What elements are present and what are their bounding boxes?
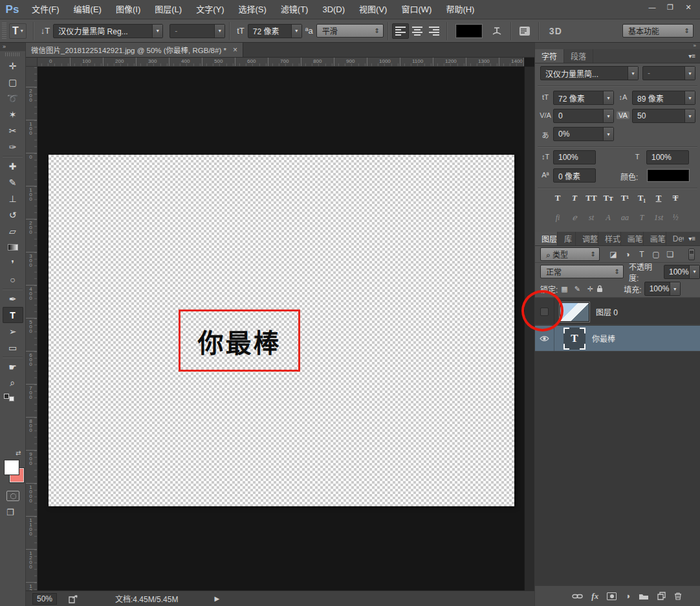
panel-menu-icon[interactable]: ▾≡: [684, 232, 700, 245]
text-color-swatch[interactable]: [456, 25, 482, 38]
subscript-button[interactable]: T₁: [633, 192, 650, 205]
caret-down-icon[interactable]: ▾: [684, 91, 695, 104]
tab-device[interactable]: Devic: [666, 232, 684, 245]
menu-filter[interactable]: 滤镜(T): [274, 0, 316, 19]
menu-view[interactable]: 视图(V): [352, 0, 394, 19]
new-group-icon[interactable]: [639, 592, 649, 600]
canvas[interactable]: 你最棒: [49, 155, 514, 506]
char-size-combo[interactable]: 72 像素 ▾: [553, 91, 614, 105]
link-layers-icon[interactable]: [572, 593, 583, 600]
layer-row-text[interactable]: T 你最棒: [535, 326, 700, 352]
toolbox-collapse-icon[interactable]: »: [0, 43, 25, 51]
contextual-alternates-button[interactable]: ℯ: [566, 211, 583, 224]
zoom-tool[interactable]: ⌕: [3, 375, 23, 391]
document-tab[interactable]: 微信图片_20181225142921.jpg @ 50% (你最棒, RGB/…: [26, 43, 243, 57]
tab-paragraph[interactable]: 段落: [564, 49, 593, 63]
filter-adjustment-layers-icon[interactable]: ◑: [620, 250, 635, 259]
move-tool[interactable]: ✛: [3, 58, 23, 74]
caret-down-icon[interactable]: ▾: [670, 282, 680, 295]
char-tracking-combo[interactable]: 50 ▾: [632, 109, 695, 123]
underline-button[interactable]: T: [650, 192, 667, 205]
text-orientation-icon[interactable]: ↓T: [41, 26, 50, 36]
restore-button[interactable]: ❐: [661, 0, 679, 14]
layer-style-icon[interactable]: fx: [591, 591, 598, 601]
filter-type-layers-icon[interactable]: T: [635, 250, 649, 259]
tab-libraries[interactable]: 库: [558, 232, 576, 245]
caret-down-icon[interactable]: ▾: [684, 109, 695, 122]
hand-tool[interactable]: ☛: [3, 359, 23, 375]
lasso-tool[interactable]: ➰: [3, 90, 23, 106]
vertical-ruler[interactable]: 200 100 0 100 200 300 400 500 600 700 80…: [26, 67, 38, 590]
text-layer-visibility-toggle[interactable]: [535, 326, 554, 351]
warp-text-icon[interactable]: [491, 26, 503, 36]
char-vscale-input[interactable]: 100%: [553, 150, 596, 164]
workspace-select[interactable]: 基本功能 ⇕: [622, 24, 694, 38]
lock-pixels-icon[interactable]: ✎: [571, 285, 584, 293]
eraser-tool[interactable]: ▱: [3, 223, 23, 239]
current-tool-badge[interactable]: T ▾: [9, 23, 27, 39]
tab-styles[interactable]: 样式: [598, 232, 621, 245]
marquee-tool[interactable]: ▢: [3, 74, 23, 90]
text-layer-thumbnail[interactable]: T: [563, 328, 585, 350]
char-color-swatch[interactable]: [648, 170, 689, 181]
menu-type[interactable]: 文字(Y): [189, 0, 231, 19]
faux-bold-button[interactable]: T: [549, 192, 566, 205]
brush-tool[interactable]: ✎: [3, 174, 23, 190]
font-size-combo[interactable]: 72 像素 ▾: [248, 24, 302, 38]
ordinals-button[interactable]: 1st: [650, 211, 667, 224]
lock-transparency-icon[interactable]: ▦: [558, 285, 571, 293]
panel-menu-icon[interactable]: ▾≡: [684, 49, 700, 63]
minimize-button[interactable]: —: [643, 0, 661, 14]
dodge-tool[interactable]: ○: [3, 271, 23, 287]
tab-brush-presets[interactable]: 画笔: [644, 232, 666, 245]
anti-alias-select[interactable]: 平滑 ⇕: [316, 24, 384, 38]
align-right-button[interactable]: [426, 23, 443, 39]
caret-down-icon[interactable]: ▾: [291, 25, 301, 38]
opacity-combo[interactable]: 100% ▾: [664, 265, 700, 279]
dock-collapse-icon[interactable]: »: [535, 43, 700, 49]
tab-layers[interactable]: 图层: [535, 232, 558, 245]
menu-layer[interactable]: 图层(L): [148, 0, 189, 19]
type-tool[interactable]: T: [3, 307, 23, 323]
caret-down-icon[interactable]: ▾: [214, 25, 224, 38]
layer-mask-icon[interactable]: [607, 592, 617, 600]
layer0-visibility-toggle[interactable]: [535, 299, 554, 324]
filter-shape-layers-icon[interactable]: ▢: [649, 250, 663, 259]
menu-edit[interactable]: 编辑(E): [67, 0, 109, 19]
char-leading-combo[interactable]: 89 像素 ▾: [632, 91, 695, 105]
zoom-level-input[interactable]: 50%: [32, 593, 57, 605]
discretionary-ligatures-button[interactable]: st: [583, 211, 600, 224]
quick-mask-button[interactable]: [6, 491, 19, 501]
menu-window[interactable]: 窗口(W): [394, 0, 439, 19]
3d-icon[interactable]: 3D: [549, 26, 562, 36]
pen-tool[interactable]: ✒: [3, 291, 23, 307]
menu-image[interactable]: 图像(I): [109, 0, 148, 19]
caret-down-icon[interactable]: ▾: [152, 25, 162, 38]
layer-name[interactable]: 你最棒: [592, 333, 615, 344]
eyedropper-tool[interactable]: ✑: [3, 139, 23, 155]
menu-select[interactable]: 选择(S): [231, 0, 273, 19]
lock-all-icon[interactable]: [596, 285, 609, 293]
faux-italic-button[interactable]: T: [566, 192, 583, 205]
superscript-button[interactable]: T¹: [617, 192, 633, 205]
small-caps-button[interactable]: Tᴛ: [600, 192, 617, 205]
tab-character[interactable]: 字符: [535, 49, 564, 63]
font-family-combo[interactable]: 汉仪力量黑简 Reg... ▾: [53, 24, 163, 38]
fractions-button[interactable]: ½: [667, 211, 684, 224]
fill-combo[interactable]: 100% ▾: [644, 282, 681, 296]
layer-row-layer0[interactable]: 图层 0: [535, 299, 700, 325]
char-font-style-combo[interactable]: - ▾: [642, 66, 695, 80]
gradient-tool[interactable]: [3, 239, 23, 255]
foreground-color-swatch[interactable]: [5, 460, 19, 475]
filter-pixel-layers-icon[interactable]: ◪: [606, 250, 620, 259]
horizontal-ruler[interactable]: 0 100 200 300 400 500 600 700 800 900 10…: [38, 58, 524, 67]
shape-tool[interactable]: ▭: [3, 339, 23, 355]
char-tsume-combo[interactable]: 0% ▾: [553, 127, 614, 141]
font-style-combo[interactable]: - ▾: [170, 24, 225, 38]
lock-position-icon[interactable]: ✛: [584, 285, 596, 293]
path-selection-tool[interactable]: ➢: [3, 323, 23, 339]
close-button[interactable]: ✕: [679, 0, 697, 14]
history-brush-tool[interactable]: ↺: [3, 207, 23, 223]
caret-down-icon[interactable]: ▾: [603, 91, 613, 104]
char-baseline-input[interactable]: 0 像素: [553, 168, 596, 183]
